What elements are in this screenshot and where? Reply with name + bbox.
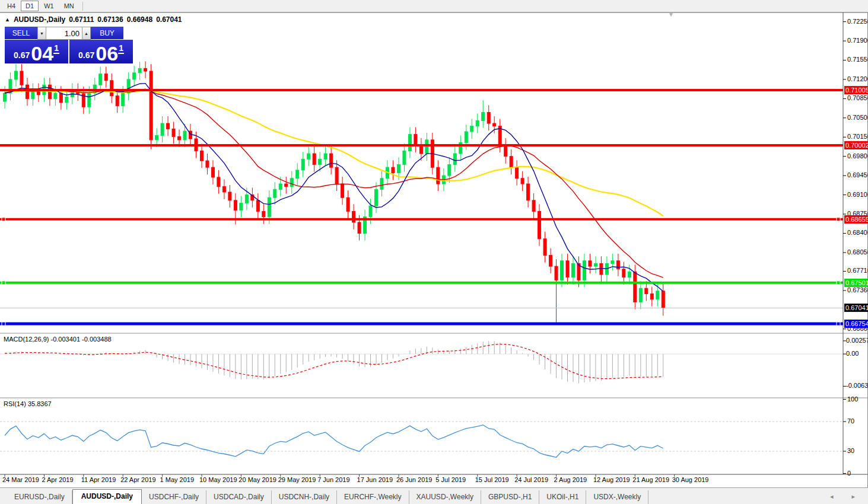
candle-body — [375, 189, 378, 206]
price-axis-tick-label: 0.71900 — [847, 37, 868, 44]
buy-price-point: 1 — [118, 43, 124, 54]
candle-body — [161, 123, 164, 135]
rsi-axis-label: 0 — [847, 470, 851, 477]
chart-tab-usdx-weekly[interactable]: USDX-,Weekly — [586, 490, 648, 504]
candle-body — [65, 97, 68, 103]
candle-body — [296, 170, 299, 178]
symbol-label: AUDUSD-,Daily — [14, 15, 65, 24]
buy-price-display[interactable]: 0.67 06 1 — [69, 40, 133, 63]
candle-body — [397, 165, 400, 173]
price-axis[interactable]: 0.722500.719000.715500.712000.708500.705… — [843, 12, 868, 487]
line-anchor-handle[interactable] — [2, 218, 5, 221]
timeframe-button-w1[interactable]: W1 — [39, 1, 59, 11]
timeframe-button-h4[interactable]: H4 — [2, 1, 20, 11]
line-anchor-handle[interactable] — [837, 281, 840, 285]
price-axis-tick-label: 0.69100 — [847, 191, 868, 198]
candle-body — [245, 195, 248, 203]
candle-body — [14, 71, 17, 79]
line-price-label: 0.71005 — [844, 86, 868, 94]
price-axis-tick-label: 0.70850 — [847, 94, 868, 101]
sell-button[interactable]: SELL — [5, 27, 37, 40]
ohlc-low: 0.66948 — [127, 15, 152, 24]
candle-body — [566, 261, 569, 277]
chart-tab-usdchf-daily[interactable]: USDCHF-,Daily — [142, 490, 206, 504]
line-price-label: 0.67501 — [844, 279, 868, 287]
candle-body — [104, 74, 107, 81]
volume-increase-button[interactable]: ▲ — [82, 27, 91, 40]
chart-canvas[interactable] — [0, 12, 868, 487]
timeframe-button-d1[interactable]: D1 — [21, 1, 39, 11]
macd-axis-label: 0.002574 — [846, 337, 868, 344]
candle-body — [369, 206, 372, 217]
candle-body — [487, 113, 490, 124]
line-price-label: 0.70002 — [844, 141, 868, 149]
chart-tab-ukoil-h1[interactable]: UKOil-,H1 — [539, 490, 586, 504]
candle-body — [206, 161, 209, 167]
line-anchor-handle[interactable] — [2, 281, 5, 285]
candle-body — [279, 184, 282, 189]
chart-tab-usdcad-daily[interactable]: USDCAD-,Daily — [206, 490, 272, 504]
candle-body — [555, 266, 558, 280]
candle-body — [571, 263, 574, 277]
candle-body — [437, 167, 440, 184]
sell-price-point: 1 — [53, 43, 59, 54]
candle-body — [319, 159, 322, 164]
sell-price-display[interactable]: 0.67 04 1 — [5, 40, 68, 63]
price-axis-tick-label: 0.70150 — [847, 133, 868, 140]
candle-body — [313, 154, 316, 165]
candle-body — [307, 154, 310, 159]
volume-input[interactable]: 1.00 — [46, 27, 82, 40]
candle-body — [634, 272, 637, 302]
price-axis-tick-label: 0.71550 — [847, 56, 868, 63]
price-axis-tick-label: 0.72250 — [847, 18, 868, 25]
collapse-panel-icon[interactable]: ▲ — [5, 17, 10, 23]
candle-body — [594, 263, 597, 266]
candle-body — [228, 192, 231, 200]
candle-body — [31, 90, 34, 98]
line-anchor-handle[interactable] — [837, 218, 840, 221]
candle-body — [476, 120, 479, 126]
macd-axis-label: -0.006326 — [846, 382, 868, 389]
chart-tab-eurusd-daily[interactable]: EURUSD-,Daily — [7, 490, 72, 504]
toolbar-separator — [82, 2, 83, 11]
candle-body — [150, 71, 152, 140]
buy-price-pips: 06 — [96, 44, 118, 62]
price-axis-tick-label: 0.71200 — [847, 75, 868, 82]
chevron-down-icon[interactable]: ▼ — [668, 11, 674, 18]
chart-tab-gbpusd-h1[interactable]: GBPUSD-,H1 — [481, 490, 539, 504]
timeframe-button-mn[interactable]: MN — [59, 1, 79, 11]
candle-body — [26, 85, 28, 98]
candle-body — [616, 261, 619, 269]
chart-title: ▲ AUDUSD-,Daily 0.67111 0.67136 0.66948 … — [5, 15, 182, 24]
chart-tab-audusd-daily[interactable]: AUDUSD-,Daily — [72, 489, 142, 504]
timeframe-toolbar: H4D1W1MN — [0, 0, 868, 12]
candle-body — [419, 145, 422, 154]
candle-body — [521, 178, 524, 184]
candle-body — [178, 136, 181, 140]
candle-body — [611, 261, 614, 264]
macd-indicator-label: MACD(12,26,9) -0.003401 -0.003488 — [4, 336, 112, 343]
tab-scroll-arrows[interactable]: ◂ ▸ — [830, 493, 863, 500]
line-anchor-handle[interactable] — [837, 322, 840, 326]
ohlc-open: 0.67111 — [69, 15, 94, 24]
candle-body — [133, 73, 136, 79]
price-axis-tick-label: 0.69800 — [847, 152, 868, 160]
candle-body — [99, 74, 102, 85]
sell-price-major: 0.67 — [14, 50, 30, 60]
chart-tab-xauusd-weekly[interactable]: XAUUSD-,Weekly — [409, 490, 481, 504]
candle-body — [211, 167, 214, 177]
chart-tab-usdcnh-daily[interactable]: USDCNH-,Daily — [272, 490, 337, 504]
sell-price-pips: 04 — [31, 44, 53, 62]
candle-body — [324, 154, 327, 159]
candle-body — [352, 211, 355, 222]
candle-body — [268, 197, 271, 216]
candle-body — [600, 263, 603, 275]
chart-tab-eurchf-weekly[interactable]: EURCHF-,Weekly — [337, 490, 409, 504]
candle-body — [622, 269, 625, 277]
candle-body — [274, 189, 276, 197]
candle-body — [262, 211, 265, 216]
buy-button[interactable]: BUY — [91, 27, 123, 40]
line-anchor-handle[interactable] — [2, 322, 5, 326]
volume-decrease-button[interactable]: ▼ — [37, 27, 46, 40]
ohlc-high: 0.67136 — [97, 15, 123, 24]
